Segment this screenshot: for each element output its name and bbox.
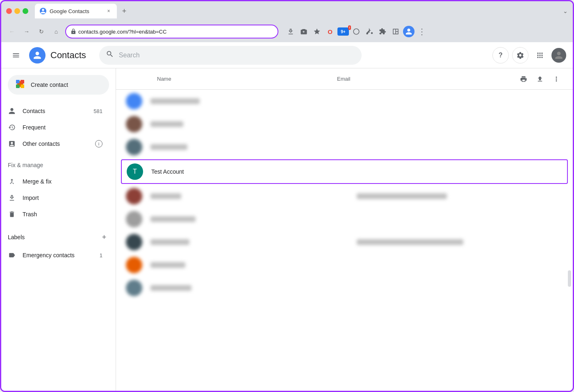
puzzle-extension-icon[interactable] xyxy=(377,26,388,37)
contact-avatar xyxy=(126,188,142,204)
contact-avatar xyxy=(126,211,142,227)
test-account-avatar: T xyxy=(127,163,143,180)
settings-button[interactable] xyxy=(512,47,528,63)
contact-row[interactable] xyxy=(116,185,573,208)
browser-profile-avatar[interactable] xyxy=(403,26,415,37)
trash-icon xyxy=(8,210,16,218)
contact-row[interactable] xyxy=(116,136,573,159)
hamburger-menu-button[interactable] xyxy=(8,47,24,63)
create-plus-icon xyxy=(16,80,26,90)
feather-icon[interactable] xyxy=(364,26,375,37)
label-icon xyxy=(8,251,16,259)
contact-avatar xyxy=(126,234,142,250)
search-bar[interactable]: Search xyxy=(99,46,362,65)
create-contact-button[interactable]: Create contact xyxy=(8,75,109,95)
column-actions xyxy=(517,73,563,86)
contact-row[interactable] xyxy=(116,276,573,299)
reload-button[interactable]: ↻ xyxy=(36,26,47,37)
back-button[interactable]: ← xyxy=(6,26,18,37)
extension-notification-icon[interactable]: 9+ ! xyxy=(337,27,349,36)
forward-button[interactable]: → xyxy=(21,26,32,37)
sidebar-toggle-icon[interactable] xyxy=(390,26,401,37)
google-apps-button[interactable] xyxy=(532,47,548,63)
tab-close-button[interactable]: × xyxy=(105,8,112,14)
test-account-name: Test Account xyxy=(151,168,562,175)
address-bar[interactable]: contacts.google.com/?hl=en&tab=CC xyxy=(65,25,278,39)
contact-name xyxy=(150,193,181,199)
labels-title: Labels xyxy=(8,234,99,240)
app-profile-avatar[interactable] xyxy=(551,48,566,63)
frequent-icon xyxy=(8,123,16,131)
app-header: Contacts Search ? xyxy=(1,42,573,68)
more-actions-button[interactable] xyxy=(550,73,563,86)
sidebar-item-merge-fix[interactable]: Merge & fix xyxy=(1,173,109,190)
contact-avatar xyxy=(126,93,142,109)
share-icon[interactable] xyxy=(298,26,310,37)
contact-name xyxy=(150,98,200,104)
search-placeholder-text: Search xyxy=(119,52,140,59)
sidebar-item-frequent[interactable]: Frequent xyxy=(1,119,109,136)
frequent-nav-label: Frequent xyxy=(23,124,102,131)
other-contacts-nav-label: Other contacts xyxy=(23,140,89,147)
fix-manage-section-title: Fix & manage xyxy=(1,159,116,172)
add-label-button[interactable]: + xyxy=(99,232,109,242)
header-actions: ? xyxy=(492,47,566,63)
highlighted-contact-row[interactable]: T Test Account xyxy=(121,159,568,184)
contact-name xyxy=(150,121,183,127)
browser-frame: Google Contacts × + ⌄ ← → ↻ ⌂ contacts.g… xyxy=(1,1,573,391)
trash-label: Trash xyxy=(23,211,102,218)
contact-row[interactable] xyxy=(116,113,573,136)
emergency-contacts-count: 1 xyxy=(100,252,102,258)
contacts-nav-label: Contacts xyxy=(23,108,87,114)
another-extension-icon[interactable] xyxy=(351,26,362,37)
test-account-info: Test Account xyxy=(151,168,562,175)
labels-section-header[interactable]: Labels + xyxy=(1,229,116,245)
tab-dropdown-button[interactable]: ⌄ xyxy=(563,8,568,14)
minimize-traffic-light[interactable] xyxy=(14,8,20,14)
address-bar-row: ← → ↻ ⌂ contacts.google.com/?hl=en&tab=C… xyxy=(1,21,573,42)
sidebar-item-import[interactable]: Import xyxy=(1,190,109,206)
other-contacts-info-icon[interactable]: i xyxy=(95,140,102,147)
search-container: Search xyxy=(99,46,362,65)
tab-favicon xyxy=(40,8,46,14)
contact-name xyxy=(150,216,196,222)
star-icon[interactable] xyxy=(311,26,323,37)
create-contact-label: Create contact xyxy=(31,82,68,88)
app-title: Contacts xyxy=(50,50,86,61)
home-button[interactable]: ⌂ xyxy=(50,26,62,37)
close-traffic-light[interactable] xyxy=(6,8,12,14)
contacts-icon xyxy=(8,107,16,115)
sidebar-item-contacts[interactable]: Contacts 581 xyxy=(1,103,109,119)
sidebar-item-emergency-contacts[interactable]: Emergency contacts 1 xyxy=(1,247,109,263)
download-icon[interactable] xyxy=(285,26,296,37)
contacts-count: 581 xyxy=(93,108,102,114)
contact-email xyxy=(357,193,447,199)
merge-fix-label: Merge & fix xyxy=(23,178,102,185)
contact-name xyxy=(150,285,191,291)
column-name-header: Name xyxy=(157,76,330,82)
opera-icon[interactable]: O xyxy=(324,26,336,37)
print-button[interactable] xyxy=(517,73,530,86)
search-icon xyxy=(106,50,114,60)
lock-icon xyxy=(71,28,76,35)
contact-row[interactable] xyxy=(116,90,573,113)
emergency-contacts-label: Emergency contacts xyxy=(23,252,93,258)
contact-row[interactable] xyxy=(116,208,573,231)
contact-avatar xyxy=(126,139,142,155)
traffic-lights xyxy=(6,8,28,14)
contact-row[interactable] xyxy=(116,254,573,276)
sidebar-item-other-contacts[interactable]: Other contacts i xyxy=(1,136,109,152)
contact-avatar xyxy=(126,257,142,273)
url-text: contacts.google.com/?hl=en&tab=CC xyxy=(78,29,166,35)
scrollbar-thumb[interactable] xyxy=(568,270,571,287)
help-button[interactable]: ? xyxy=(492,47,509,63)
active-tab[interactable]: Google Contacts × xyxy=(35,4,117,18)
new-tab-button[interactable]: + xyxy=(118,5,130,17)
export-button[interactable] xyxy=(533,73,547,86)
contact-name xyxy=(150,144,187,150)
contact-row[interactable] xyxy=(116,231,573,254)
sidebar-item-trash[interactable]: Trash xyxy=(1,206,109,222)
browser-more-icon[interactable]: ⋮ xyxy=(416,26,428,37)
column-email-header: Email xyxy=(337,76,510,82)
maximize-traffic-light[interactable] xyxy=(23,8,28,14)
